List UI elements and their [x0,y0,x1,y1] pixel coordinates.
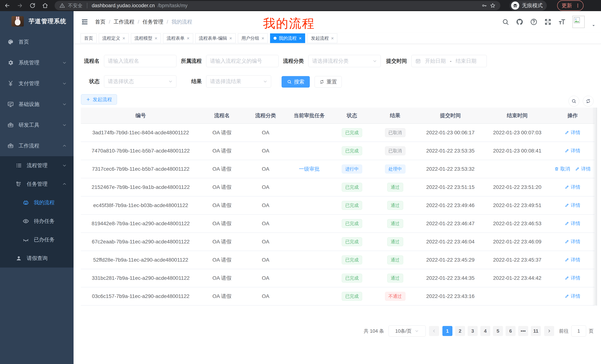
process-name-input[interactable] [104,55,176,67]
tab-my-process[interactable]: 我的流程× [270,33,305,43]
detail-action-link[interactable]: 详情 [565,129,580,136]
task-link[interactable]: 一级审批 [299,166,320,172]
browser-menu-dots-icon[interactable] [575,3,580,8]
cell-actions: 详情 [551,251,594,269]
page-11[interactable]: 11 [531,326,541,336]
cancel-action-link[interactable]: 取消 [554,166,570,172]
breadcrumb-item[interactable]: 首页 [95,18,105,25]
result-select[interactable]: 请选择流结果 [206,75,271,87]
breadcrumb-item[interactable]: 工作流程 [114,18,134,25]
close-icon[interactable]: × [261,36,264,41]
sidebar-item-home[interactable]: 首页 [0,31,74,52]
status-badge: 进行中 [342,164,362,173]
start-process-button[interactable]: 发起流程 [81,94,117,105]
avatar[interactable] [572,16,585,28]
close-icon[interactable]: × [155,36,157,41]
category-select[interactable]: 请选择流程分类 [308,55,381,67]
search-button[interactable]: 搜索 [281,76,310,87]
sidebar-item-workflow[interactable]: 工作流程 [0,135,74,156]
reload-icon[interactable] [29,2,36,9]
sidebar-item-my-process[interactable]: 我的流程 [0,193,74,212]
avatar-caret-down-icon[interactable] [591,23,596,28]
tab-process-definition[interactable]: 流程定义× [99,33,129,43]
table-refresh-button[interactable] [583,96,594,106]
close-icon[interactable]: × [187,36,190,41]
help-icon[interactable] [530,18,538,26]
page-6[interactable]: 6 [506,326,516,336]
detail-action-link[interactable]: 详情 [565,275,580,281]
sidebar-item-label: 基础设施 [19,101,39,108]
table-search-toggle-button[interactable] [569,96,579,106]
sidebar-item-system[interactable]: 系统管理 [0,52,74,73]
sidebar-item-process-management[interactable]: 流程管理 [0,156,74,175]
page-ellipsis[interactable]: ••• [518,326,528,336]
github-icon[interactable] [516,18,523,26]
back-icon[interactable] [4,2,10,9]
annotation-overlay: 我的流程 [263,15,315,32]
tab-home[interactable]: 首页 [80,33,97,43]
forward-icon[interactable] [17,2,23,9]
detail-action-link[interactable]: 详情 [565,184,580,190]
search-icon[interactable] [502,18,509,26]
page-size-select[interactable]: 10条/页 [389,326,426,336]
process-def-input[interactable] [206,55,279,67]
next-page-button[interactable] [544,326,554,336]
page-3[interactable]: 3 [468,326,478,336]
sidebar-item-leave-query[interactable]: 请假查询 [0,249,74,268]
close-icon[interactable]: × [331,36,334,41]
tab-user-group[interactable]: 用户分组× [238,33,268,43]
tab-process-form[interactable]: 流程表单× [163,33,193,43]
pagination-total: 共 104 条 [364,328,384,334]
close-icon[interactable]: × [122,36,125,41]
detail-action-link[interactable]: 详情 [565,147,580,154]
status-label: 状态 [81,78,100,85]
detail-action-link[interactable]: 详情 [565,238,580,245]
status-select[interactable]: 请选择状态 [104,75,176,87]
cell-process-name: OA 请假 [200,269,243,287]
detail-action-link[interactable]: 详情 [565,220,580,227]
prev-page-button[interactable] [429,326,439,336]
table-row: 7470a810-7b9b-11ec-b5b7-acde48001122OA 请… [81,142,594,160]
detail-action-link[interactable]: 详情 [565,202,580,209]
star-icon[interactable] [490,3,496,8]
home-icon[interactable] [42,2,48,9]
collapse-sidebar-icon[interactable] [81,18,88,26]
detail-action-link[interactable]: 详情 [575,166,591,172]
sidebar-item-dev-tools[interactable]: 研发工具 [0,115,74,135]
address-bar[interactable]: 不安全 dashboard.yudao.iocoder.cn/bpm/task/… [55,1,500,10]
detail-action-link[interactable]: 详情 [565,257,580,263]
close-icon[interactable]: × [229,36,232,41]
sidebar-item-todo-tasks[interactable]: 待办任务 [0,212,74,230]
sidebar-item-infrastructure[interactable]: 基础设施 [0,94,74,115]
page-2[interactable]: 2 [455,326,465,336]
goto-page-input[interactable] [571,326,586,336]
fullscreen-icon[interactable] [544,18,551,26]
submit-time-range-picker[interactable]: 开始日期 - 结束日期 [411,55,487,67]
page-5[interactable]: 5 [493,326,503,336]
font-size-icon[interactable] [558,18,566,26]
update-button[interactable]: 更新 [557,0,583,11]
date-separator: - [450,58,451,64]
page-4[interactable]: 4 [480,326,490,336]
tab-process-model[interactable]: 流程模型× [131,33,161,43]
reset-button[interactable]: 重置 [315,76,342,87]
breadcrumb-item[interactable]: 任务管理 [143,18,163,25]
cell-status: 已完成 [331,124,373,142]
close-icon[interactable]: × [299,36,302,41]
cell-status: 已完成 [331,269,373,287]
tab-process-form-edit[interactable]: 流程表单-编辑× [195,33,236,43]
sidebar-item-payment[interactable]: 支付管理 [0,73,74,94]
tab-start-process[interactable]: 发起流程× [307,33,337,43]
action-label: 详情 [571,238,580,245]
key-icon[interactable] [481,3,487,8]
app-logo-row[interactable]: 芋道管理系统 [0,11,74,31]
yen-icon [7,80,14,87]
sidebar-item-done-tasks[interactable]: 已办任务 [0,230,74,249]
page-1[interactable]: 1 [442,326,452,336]
sidebar-item-task-management[interactable]: 任务管理 [0,175,74,193]
cell-id: 52ffd28e-7b9a-11ec-a290-acde48001122 [81,251,200,269]
url-host: dashboard.yudao.iocoder.cn [92,3,155,9]
not-secure-label: 不安全 [68,2,82,9]
status-badge: 已完成 [342,146,362,155]
detail-action-link[interactable]: 详情 [565,293,580,299]
